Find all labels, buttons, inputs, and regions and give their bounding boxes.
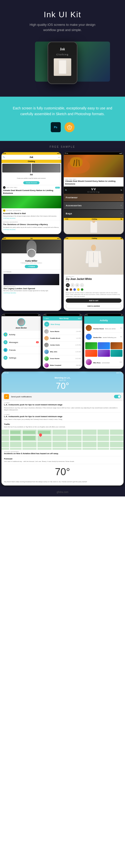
color-5[interactable] bbox=[81, 288, 83, 291]
natgeo-incident: NATIONAL GEOGRAPHIC Incidents on New S A… bbox=[4, 450, 121, 456]
friends-menu-item[interactable]: 👥 Friends bbox=[1, 346, 41, 354]
friends-icon: 👥 bbox=[3, 348, 7, 352]
activity-detail-screen: 9:41 ●● Activity Thomas House liked your… bbox=[84, 313, 124, 369]
hero-ink-logo: Ink bbox=[60, 47, 65, 51]
accessories-cat[interactable]: Accessories › bbox=[64, 202, 124, 209]
vv-cart[interactable]: 🛍 bbox=[121, 189, 122, 191]
vv-search[interactable]: 🔍 bbox=[65, 189, 67, 191]
messages-menu-item[interactable]: ✉ Messages 3 bbox=[1, 339, 41, 346]
vv-header: 🔍 VV Clothing 🛍 bbox=[64, 187, 124, 194]
jacket-head bbox=[91, 245, 96, 251]
color-2[interactable] bbox=[70, 288, 72, 291]
la-news-1: LA TIMES L.A. restaurants push for tips … bbox=[4, 401, 121, 412]
follow-button[interactable]: + Follow bbox=[25, 265, 38, 268]
activity-menu-item[interactable]: ⚡ Activity bbox=[1, 331, 41, 339]
natgeo-row: NG NATIONAL GEOGRAPHIC bbox=[3, 209, 60, 212]
map-block-2 bbox=[23, 431, 35, 434]
group-back-btn[interactable]: < April... bbox=[44, 318, 50, 319]
add-to-wishlist-button[interactable]: Add to wishlist bbox=[66, 304, 122, 308]
member-4: Billy John 11:30 AM bbox=[43, 348, 82, 355]
color-1[interactable] bbox=[66, 288, 69, 291]
la-news-content: LA TIMES L.A. restaurants push for tips … bbox=[1, 401, 124, 429]
friends-label: Friends bbox=[9, 349, 16, 351]
footwear-cat[interactable]: Footwear › bbox=[64, 194, 124, 201]
la-time: 8:55 AM bbox=[3, 372, 8, 374]
photo-thumb-6 bbox=[111, 350, 123, 357]
activity-content-3: Mike Ross commented bbox=[93, 360, 120, 364]
more-icon-news[interactable]: ••• bbox=[58, 156, 60, 158]
group-edit-btn[interactable]: Edit bbox=[78, 318, 81, 319]
notif-label: Send push notifications bbox=[11, 396, 114, 398]
teal-section: Each screen is fully customizable, excep… bbox=[0, 97, 125, 141]
push-toggle[interactable] bbox=[114, 395, 121, 398]
la-status-bar: 8:55 AM ●●● LTE bbox=[1, 372, 124, 374]
profile-info: Katia Miller Followed by: harfin and 3 o… bbox=[1, 258, 61, 269]
member-6-avatar bbox=[44, 363, 49, 368]
member-2-avatar bbox=[44, 336, 49, 340]
member-2-name: Freddie Brook bbox=[50, 338, 76, 339]
product-info-area: INFOPLUCT Zip Jean Jacket White 2016 XS … bbox=[64, 275, 124, 311]
group-signal: ●● bbox=[80, 314, 81, 316]
forecast-section: Forecast Let's start in traditional way … bbox=[4, 456, 121, 464]
member-2: Freddie Brook 1:12 PM bbox=[43, 335, 82, 342]
settings-icon: ⚙ bbox=[3, 356, 7, 360]
skeletons-body: Our planet's hot, poorly carbon may be t… bbox=[3, 226, 60, 228]
color-4[interactable] bbox=[77, 288, 80, 291]
search-icon-news[interactable]: 🔍 bbox=[3, 156, 5, 158]
settings-menu-item[interactable]: ⚙ Settings bbox=[1, 354, 41, 362]
traffic-section: Traffic Early find out if any accidents … bbox=[4, 422, 121, 429]
activity-content-1: Thomas House liked your photo bbox=[93, 326, 120, 330]
weather-header: Morning in LA, April 20 70° bbox=[1, 374, 124, 393]
status-time: 4:31 bbox=[3, 153, 6, 154]
la-news-1-body: Restauranteurs say they can't stay in bu… bbox=[4, 407, 121, 411]
london-caption: HUFFINGTON POST Our Legacy London Just O… bbox=[3, 285, 59, 294]
activity-signal: ●● bbox=[121, 314, 122, 316]
skeletons-cta[interactable]: CONTINUE READING bbox=[3, 229, 60, 230]
map-block-5 bbox=[23, 436, 35, 440]
create-account-button[interactable]: Create Account bbox=[23, 181, 39, 184]
nyt-tag: Report bbox=[55, 187, 60, 188]
hero-area: Ink Clothing bbox=[7, 39, 118, 87]
la-signal: ●●● LTE bbox=[116, 372, 122, 374]
social-signal: ●● bbox=[38, 314, 40, 316]
color-3[interactable] bbox=[73, 288, 76, 291]
size-l[interactable]: L bbox=[80, 283, 84, 287]
settings-label: Settings bbox=[9, 357, 16, 359]
size-m[interactable]: M bbox=[75, 283, 79, 287]
bags-arrow: › bbox=[121, 212, 122, 215]
product-year: 2016 bbox=[66, 281, 122, 282]
vv-logo: VV bbox=[87, 188, 100, 191]
status-bar-news: 4:31 ●●● bbox=[1, 152, 61, 155]
product-cart-icon[interactable]: 🛍 bbox=[121, 238, 122, 239]
member-4-time: 11:30 AM bbox=[76, 351, 81, 352]
add-to-cart-button[interactable]: Add to cart bbox=[66, 299, 122, 303]
size-xs[interactable]: XS bbox=[66, 283, 70, 287]
member-5-time: 10:15 AM bbox=[76, 358, 81, 359]
group-status-bar: 9:41 ●● bbox=[43, 314, 82, 316]
format-icons: Ps bbox=[10, 122, 115, 132]
product-name: Zip Jean Jacket White bbox=[66, 277, 122, 281]
site-label: gfxtra.com bbox=[57, 491, 69, 493]
photoshop-icon: Ps bbox=[51, 122, 61, 132]
messages-label: Messages bbox=[9, 341, 18, 343]
activity-action-1: liked your photo bbox=[105, 328, 116, 330]
new-group-btn[interactable]: + New Group bbox=[43, 320, 82, 328]
forecast-title: Forecast bbox=[4, 458, 121, 460]
photo-thumb-2 bbox=[98, 342, 110, 349]
activity-time: 9:41 bbox=[85, 314, 88, 316]
activity-time-3: 12m bbox=[120, 361, 122, 363]
small-head bbox=[92, 220, 95, 223]
london-cta[interactable]: CONTINUE READING bbox=[3, 292, 59, 294]
messages-badge: 3 bbox=[36, 341, 39, 343]
screens-row-3: 9:41 ●● Jason Becker ⚡ Activity ✉ Messag… bbox=[0, 312, 125, 370]
activity-name-1: Thomas House bbox=[93, 328, 104, 330]
social-user-header: Jason Becker bbox=[1, 316, 41, 331]
social-user-avatar bbox=[17, 318, 25, 326]
temp-display: 70° bbox=[4, 464, 121, 479]
clothing-tab[interactable]: Clothing bbox=[1, 160, 61, 163]
bali-cta[interactable]: CONTINUE READING bbox=[3, 218, 60, 219]
member-2-time: 1:12 PM bbox=[76, 338, 81, 339]
size-s[interactable]: S bbox=[71, 283, 75, 287]
bags-cat[interactable]: Bags › bbox=[64, 210, 124, 217]
la-temperature: 70° bbox=[4, 381, 121, 390]
